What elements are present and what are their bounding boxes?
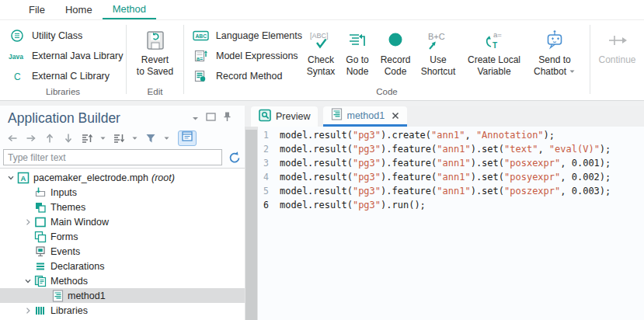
tree-item-method1[interactable]: method1 [0,288,245,303]
ribbon-tab-bar: File Home Method [0,0,644,20]
external-java-library-button[interactable]: Java External Java Library [0,46,126,66]
tree-indent [39,290,51,302]
tree-item-label: Inputs [50,187,77,198]
refresh-icon[interactable] [226,151,243,165]
tree-item-libraries[interactable]: Libraries [0,303,245,318]
java-icon: Java [8,50,26,62]
ribbon-group-edit: Revert to Saved Edit [127,20,183,100]
svg-text:A: A [21,174,26,183]
tree-item-label: method1 [68,290,106,301]
tree-item-declarations[interactable]: Declarations [0,259,245,273]
svg-text:T: T [493,41,497,50]
record-method-button[interactable]: Record Method [184,66,302,86]
method-doc-icon [331,108,343,123]
ribbon-tab-file[interactable]: File [19,0,55,19]
code-text: model.result("pg3").feature("ann1").set(… [269,158,611,169]
line-number: 5 [258,186,269,197]
pin-icon[interactable] [222,111,232,125]
declarations-icon [34,260,47,273]
line-number: 2 [258,144,269,155]
chevron-expanded-icon[interactable] [5,172,17,184]
svg-text:Java: Java [9,53,23,61]
code-line[interactable]: 3model.result("pg3").feature("ann1").set… [258,156,644,170]
filter-icon[interactable] [143,132,158,144]
chevron-down-icon[interactable] [162,135,172,141]
language-elements-button[interactable]: ABC Language Elements [184,26,302,46]
filter-input[interactable] [3,149,222,165]
continue-button[interactable]: Continue [593,20,642,100]
tree-item-themes[interactable]: Themes [0,200,245,214]
tree-item-main-window[interactable]: Main Window [0,214,245,229]
group-label-libraries: Libraries [0,87,126,96]
record-method-icon [192,70,211,82]
tree-indent [22,201,34,214]
code-text: model.result("pg3").feature("ann1").set(… [269,186,611,197]
svg-text:a=: a= [493,30,502,39]
application-builder-panel: Application Builder Apacemaker_electrode… [0,106,245,320]
tree-item-methods[interactable]: Methods [0,273,245,288]
methods-icon [34,275,47,287]
move-down-icon[interactable] [61,132,76,144]
group-label-code: Code [184,87,590,96]
code-area[interactable]: 1model.result("pg3").create("ann1", "Ann… [258,127,644,320]
forward-arrow-icon[interactable] [23,132,39,144]
ribbon-group-libraries: Utility Class Java External Java Library… [0,20,126,100]
expand-list-icon[interactable] [111,132,127,144]
svg-text:[ABC]: [ABC] [310,32,329,40]
model-expressions-button[interactable]: a= Model Expressions [184,46,302,66]
revert-to-saved-icon [144,26,167,54]
language-elements-icon: ABC [192,30,211,42]
chevron-collapsed-icon[interactable] [22,216,34,228]
tree-indent [22,245,34,258]
code-text: model.result("pg3").create("ann1", "Anno… [269,130,555,141]
code-line[interactable]: 4model.result("pg3").feature("ann1").set… [258,170,644,184]
utility-class-icon [8,29,26,43]
code-line[interactable]: 5model.result("pg3").feature("ann1").set… [258,184,644,198]
libraries-icon [34,304,47,317]
tab-method1[interactable]: method1 [323,106,407,127]
tree-item-label: Libraries [50,305,88,316]
ribbon-tab-method[interactable]: Method [103,0,156,19]
move-up-icon[interactable] [42,132,57,144]
go-to-node-icon [346,26,368,54]
back-arrow-icon[interactable] [5,132,20,144]
send-to-chatbot-icon [543,26,566,54]
line-number: 6 [258,200,269,210]
float-window-icon[interactable] [206,111,216,125]
panel-title: Application Builder [8,110,191,127]
line-number: 1 [258,130,269,141]
tree-indent [22,186,34,199]
external-c-library-button[interactable]: C External C Library [0,66,126,86]
code-line[interactable]: 2model.result("pg3").feature("ann1").set… [258,142,644,156]
code-line[interactable]: 1model.result("pg3").create("ann1", "Ann… [258,128,644,142]
ribbon: Utility Class Java External Java Library… [0,20,644,101]
tree-item-label: Themes [50,202,85,213]
tab-preview[interactable]: Preview [251,106,318,127]
tree-item-inputs[interactable]: Inputs [0,185,245,200]
tree-item-forms[interactable]: Forms [0,229,245,244]
code-text: model.result("pg3").feature("ann1").set(… [269,172,611,183]
ribbon-tab-home[interactable]: Home [55,0,103,19]
chevron-down-icon[interactable] [98,135,108,141]
chevron-expanded-icon[interactable] [22,275,34,287]
model-tree: Apacemaker_electrode.mph(root)InputsThem… [0,168,245,320]
chevron-collapsed-icon[interactable] [22,304,34,317]
tree-indent [22,231,34,243]
close-icon[interactable] [392,112,399,120]
line-number: 4 [258,172,269,183]
model-expressions-icon: a= [192,50,211,62]
chevron-down-icon[interactable] [130,135,140,141]
tree-item-events[interactable]: Events [0,244,245,259]
panel-toolbar [0,129,245,147]
code-text: model.result("pg3").feature("ann1").set(… [269,144,611,155]
collapse-list-icon[interactable] [79,132,95,144]
tree-item-pacemaker-electrode-mph[interactable]: Apacemaker_electrode.mph(root) [0,170,245,185]
svg-text:C: C [14,71,21,82]
show-in-form-window-toggle[interactable] [178,130,197,146]
line-number: 3 [258,158,269,169]
main-window-icon [34,216,47,228]
utility-class-button[interactable]: Utility Class [0,26,126,46]
inputs-icon [34,186,47,199]
code-line[interactable]: 6model.result("pg3").run(); [258,198,644,212]
panel-menu-chevron-icon[interactable] [191,111,200,125]
